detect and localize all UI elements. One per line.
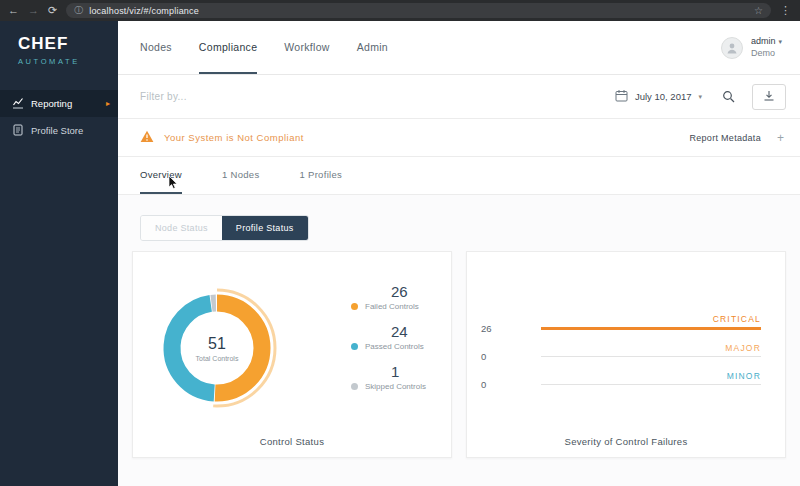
legend-dot xyxy=(351,383,358,390)
user-menu[interactable]: admin▾ Demo xyxy=(721,21,782,74)
overview-content: Node Status Profile Status 51 Total Cont… xyxy=(118,195,800,486)
date-picker[interactable]: July 10, 2017 ▾ xyxy=(615,88,702,106)
total-controls-label: Total Controls xyxy=(196,355,239,362)
legend-item-failed: 26 Failed Controls xyxy=(351,284,426,311)
control-status-donut: 51 Total Controls xyxy=(147,278,287,418)
severity-caption: Severity of Control Failures xyxy=(467,436,785,447)
top-navigation: Nodes Compliance Workflow Admin admin▾ D… xyxy=(118,21,800,75)
sidebar-menu: Reporting ▸ Profile Store xyxy=(0,90,118,144)
legend-item-skipped: 1 Skipped Controls xyxy=(351,364,426,391)
main-area: Nodes Compliance Workflow Admin admin▾ D… xyxy=(118,21,800,486)
browser-address-bar[interactable]: ⓘ localhost/viz/#/compliance ☆ xyxy=(66,3,771,18)
user-name: admin▾ xyxy=(751,36,782,47)
compliance-banner: Your System is Not Compliant Report Meta… xyxy=(118,119,800,157)
profile-store-icon xyxy=(12,124,24,138)
tab-nodes[interactable]: 1 Nodes xyxy=(222,157,259,194)
failed-controls-count: 26 xyxy=(391,284,426,299)
sidebar-item-profile-store[interactable]: Profile Store xyxy=(0,117,118,144)
skipped-controls-count: 1 xyxy=(391,364,426,379)
reporting-chart-icon xyxy=(12,97,24,111)
sidebar-item-label: Reporting xyxy=(31,98,72,109)
logo-chef: CHEF xyxy=(18,34,118,54)
severity-label: CRITICAL xyxy=(713,314,761,324)
user-names: admin▾ Demo xyxy=(751,36,782,59)
severity-line: CRITICAL xyxy=(541,327,761,330)
control-status-caption: Control Status xyxy=(133,436,451,447)
total-controls-value: 51 xyxy=(208,335,226,353)
search-icon[interactable] xyxy=(722,90,736,104)
browser-menu-icon[interactable]: ⋮ xyxy=(780,4,792,17)
chart-cards: 51 Total Controls 26 Failed Controls xyxy=(132,251,786,458)
tab-overview[interactable]: Overview xyxy=(140,157,182,194)
download-icon xyxy=(763,88,775,106)
severity-bar xyxy=(541,384,761,385)
donut-center: 51 Total Controls xyxy=(147,278,287,418)
download-report-button[interactable] xyxy=(752,84,786,110)
page-info-icon[interactable]: ⓘ xyxy=(74,4,83,17)
legend-label: Passed Controls xyxy=(365,342,424,351)
report-tabs: Overview 1 Nodes 1 Profiles xyxy=(118,157,800,195)
compliance-status-message: Your System is Not Compliant xyxy=(164,132,304,143)
report-metadata-toggle[interactable]: Report Metadata + xyxy=(689,131,784,145)
donut-legend: 26 Failed Controls 24 Passed xyxy=(351,272,426,418)
severity-value: 0 xyxy=(481,379,527,390)
severity-card: 26 CRITICAL 0 MAJOR xyxy=(466,251,786,458)
severity-bar xyxy=(541,327,761,330)
chevron-down-icon: ▾ xyxy=(778,38,782,45)
warning-icon xyxy=(140,129,154,147)
user-org: Demo xyxy=(751,48,782,59)
browser-back-icon[interactable]: ← xyxy=(8,5,19,16)
nav-tab-workflow[interactable]: Workflow xyxy=(284,21,329,74)
passed-controls-count: 24 xyxy=(391,324,426,339)
browser-reload-icon[interactable]: ⟳ xyxy=(48,5,57,16)
chevron-down-icon: ▾ xyxy=(698,93,702,101)
sidebar: CHEF AUTOMATE Reporting ▸ Profile Store xyxy=(0,21,118,486)
date-label: July 10, 2017 xyxy=(635,91,692,102)
nav-tab-nodes[interactable]: Nodes xyxy=(140,21,172,74)
legend-label: Skipped Controls xyxy=(365,382,426,391)
legend-dot xyxy=(351,343,358,350)
severity-line: MAJOR xyxy=(541,356,761,357)
browser-forward-icon[interactable]: → xyxy=(28,5,39,16)
severity-row-major: 0 MAJOR xyxy=(481,350,761,362)
url-text: localhost/viz/#/compliance xyxy=(89,6,199,16)
report-metadata-label: Report Metadata xyxy=(689,133,761,143)
severity-row-minor: 0 MINOR xyxy=(481,378,761,390)
severity-value: 26 xyxy=(481,323,527,334)
severity-label: MINOR xyxy=(727,371,761,381)
severity-label: MAJOR xyxy=(725,343,761,353)
tab-profiles[interactable]: 1 Profiles xyxy=(299,157,342,194)
browser-chrome: ← → ⟳ ⓘ localhost/viz/#/compliance ☆ ⋮ xyxy=(0,0,800,21)
control-status-body: 51 Total Controls 26 Failed Controls xyxy=(133,252,451,418)
severity-body: 26 CRITICAL 0 MAJOR xyxy=(467,252,785,390)
sidebar-item-reporting[interactable]: Reporting ▸ xyxy=(0,90,118,117)
legend-dot xyxy=(351,303,358,310)
legend-label: Failed Controls xyxy=(365,302,419,311)
severity-value: 0 xyxy=(481,351,527,362)
severity-bar xyxy=(541,356,761,357)
filter-input[interactable] xyxy=(140,91,605,102)
chevron-right-icon: ▸ xyxy=(106,99,110,108)
nav-tab-admin[interactable]: Admin xyxy=(357,21,388,74)
plus-icon[interactable]: + xyxy=(777,131,784,145)
bookmark-star-icon[interactable]: ☆ xyxy=(754,5,763,16)
profile-status-toggle[interactable]: Profile Status xyxy=(222,216,308,240)
status-toggle-group: Node Status Profile Status xyxy=(140,215,309,241)
logo-automate: AUTOMATE xyxy=(18,57,118,66)
control-status-card: 51 Total Controls 26 Failed Controls xyxy=(132,251,452,458)
severity-line: MINOR xyxy=(541,384,761,385)
sidebar-item-label: Profile Store xyxy=(31,125,83,136)
node-status-toggle[interactable]: Node Status xyxy=(141,216,222,240)
filter-bar: July 10, 2017 ▾ xyxy=(118,75,800,119)
nav-tab-compliance[interactable]: Compliance xyxy=(199,21,257,74)
severity-row-critical: 26 CRITICAL xyxy=(481,322,761,334)
calendar-icon xyxy=(615,88,628,106)
avatar xyxy=(721,37,743,59)
app-window: ← → ⟳ ⓘ localhost/viz/#/compliance ☆ ⋮ C… xyxy=(0,0,800,486)
chef-automate-logo: CHEF AUTOMATE xyxy=(0,21,118,66)
legend-item-passed: 24 Passed Controls xyxy=(351,324,426,351)
